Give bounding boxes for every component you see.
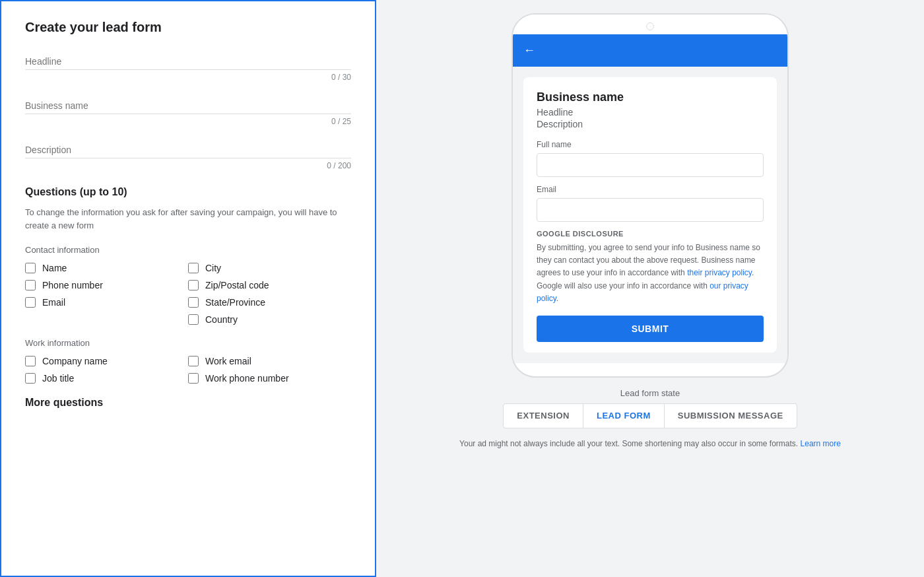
checkbox-company-label: Company name bbox=[42, 356, 108, 366]
headline-char-count: 0 / 30 bbox=[25, 73, 351, 82]
submit-button[interactable]: SUBMIT bbox=[537, 316, 764, 342]
phone-content: Business name Headline Description Full … bbox=[513, 67, 787, 363]
work-checkboxes: Company name Work email Job title Work p… bbox=[25, 356, 351, 384]
disclaimer-text: Your ad might not always include all you… bbox=[459, 439, 841, 448]
phone-card: Business name Headline Description Full … bbox=[523, 77, 777, 353]
more-questions-title: More questions bbox=[25, 397, 351, 409]
state-tabs: EXTENSION LEAD FORM SUBMISSION MESSAGE bbox=[503, 403, 797, 428]
phone-header: ← bbox=[513, 34, 787, 67]
phone-email-input bbox=[537, 198, 764, 222]
tab-extension[interactable]: EXTENSION bbox=[504, 404, 583, 427]
phone-camera bbox=[646, 22, 654, 30]
headline-input[interactable] bbox=[25, 53, 351, 70]
business-name-char-count: 0 / 25 bbox=[25, 117, 351, 126]
disclaimer-content: Your ad might not always include all you… bbox=[459, 439, 798, 448]
disclosure-section: GOOGLE DISCLOSURE By submitting, you agr… bbox=[537, 230, 764, 305]
checkbox-country-input[interactable] bbox=[188, 314, 199, 325]
disclosure-text: By submitting, you agree to send your in… bbox=[537, 242, 764, 305]
phone-business-name: Business name bbox=[537, 90, 764, 104]
checkbox-work-phone-label: Work phone number bbox=[205, 373, 289, 384]
checkbox-work-phone[interactable]: Work phone number bbox=[188, 373, 351, 384]
checkbox-work-email[interactable]: Work email bbox=[188, 356, 351, 366]
tab-submission-message[interactable]: SUBMISSION MESSAGE bbox=[665, 404, 797, 427]
description-char-count: 0 / 200 bbox=[25, 161, 351, 170]
checkbox-company-input[interactable] bbox=[25, 356, 36, 366]
phone-headline: Headline bbox=[537, 107, 764, 118]
phone-mockup: ← Business name Headline Description Ful… bbox=[512, 13, 789, 378]
questions-title: Questions (up to 10) bbox=[25, 186, 351, 198]
checkbox-name-input[interactable] bbox=[25, 263, 36, 273]
checkbox-phone-label: Phone number bbox=[42, 280, 103, 290]
checkbox-city-label: City bbox=[205, 263, 221, 273]
checkbox-work-phone-input[interactable] bbox=[188, 373, 199, 384]
disclosure-title: GOOGLE DISCLOSURE bbox=[537, 230, 764, 238]
checkbox-phone[interactable]: Phone number bbox=[25, 280, 188, 290]
checkbox-email-input[interactable] bbox=[25, 297, 36, 308]
right-panel: ← Business name Headline Description Ful… bbox=[376, 0, 924, 577]
business-name-group: 0 / 25 bbox=[25, 98, 351, 126]
checkbox-work-email-input[interactable] bbox=[188, 356, 199, 366]
checkbox-state-label: State/Province bbox=[205, 297, 265, 308]
phone-description: Description bbox=[537, 119, 764, 129]
checkbox-name-label: Name bbox=[42, 263, 67, 273]
back-arrow-icon[interactable]: ← bbox=[523, 44, 535, 57]
checkbox-state[interactable]: State/Province bbox=[188, 297, 351, 308]
work-section-label: Work information bbox=[25, 338, 351, 348]
phone-field2-label: Email bbox=[537, 185, 764, 194]
checkbox-zip[interactable]: Zip/Postal code bbox=[188, 280, 351, 290]
checkbox-company[interactable]: Company name bbox=[25, 356, 188, 366]
description-group: 0 / 200 bbox=[25, 142, 351, 170]
tab-lead-form[interactable]: LEAD FORM bbox=[583, 404, 664, 427]
checkbox-phone-input[interactable] bbox=[25, 280, 36, 290]
disclosure-text3: . bbox=[556, 294, 558, 303]
checkbox-zip-input[interactable] bbox=[188, 280, 199, 290]
phone-fullname-input bbox=[537, 153, 764, 177]
checkbox-email[interactable]: Email bbox=[25, 297, 188, 308]
checkbox-work-email-label: Work email bbox=[205, 356, 251, 366]
checkbox-name[interactable]: Name bbox=[25, 263, 188, 273]
checkbox-job-title[interactable]: Job title bbox=[25, 373, 188, 384]
checkbox-country-label: Country bbox=[205, 314, 238, 325]
panel-title: Create your lead form bbox=[25, 20, 351, 35]
checkbox-state-input[interactable] bbox=[188, 297, 199, 308]
checkbox-job-title-input[interactable] bbox=[25, 373, 36, 384]
lead-form-state: Lead form state EXTENSION LEAD FORM SUBM… bbox=[503, 388, 797, 428]
checkbox-city[interactable]: City bbox=[188, 263, 351, 273]
checkbox-city-input[interactable] bbox=[188, 263, 199, 273]
checkbox-email-label: Email bbox=[42, 297, 65, 308]
privacy-policy-link1[interactable]: their privacy policy bbox=[687, 268, 752, 277]
contact-section-label: Contact information bbox=[25, 245, 351, 255]
questions-desc: To change the information you ask for af… bbox=[25, 206, 351, 232]
business-name-input[interactable] bbox=[25, 98, 351, 114]
learn-more-link[interactable]: Learn more bbox=[801, 439, 841, 448]
contact-checkboxes: Name City Phone number Zip/Postal code E… bbox=[25, 263, 351, 325]
checkbox-job-title-label: Job title bbox=[42, 373, 74, 384]
phone-field1-label: Full name bbox=[537, 140, 764, 149]
description-input[interactable] bbox=[25, 142, 351, 158]
checkbox-zip-label: Zip/Postal code bbox=[205, 280, 269, 290]
lead-form-state-label: Lead form state bbox=[503, 388, 797, 398]
headline-group: 0 / 30 bbox=[25, 53, 351, 82]
phone-top-bar bbox=[513, 15, 787, 34]
checkbox-country[interactable]: Country bbox=[188, 314, 351, 325]
left-panel: Create your lead form 0 / 30 0 / 25 0 / … bbox=[0, 0, 376, 577]
